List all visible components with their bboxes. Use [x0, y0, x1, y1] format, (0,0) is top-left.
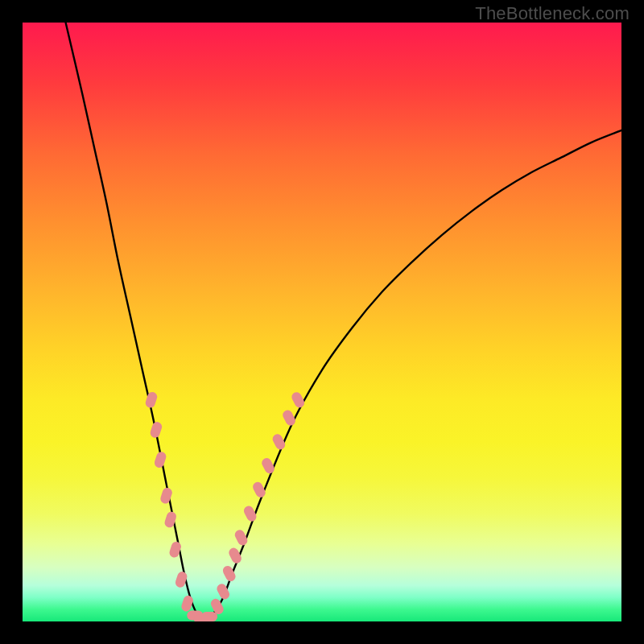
curve-marker — [201, 612, 217, 621]
bottleneck-curve — [66, 23, 621, 620]
watermark-text: TheBottleneck.com — [475, 3, 630, 24]
curve-marker — [180, 594, 195, 613]
chart-frame: TheBottleneck.com — [0, 0, 644, 644]
curve-marker — [153, 451, 167, 469]
curve-marker — [227, 547, 243, 565]
curve-marker — [159, 486, 174, 505]
curve-marker — [144, 390, 159, 409]
plot-area — [23, 23, 621, 621]
curve-layer — [23, 23, 621, 621]
curve-marker — [149, 421, 163, 440]
marker-group — [144, 390, 306, 621]
